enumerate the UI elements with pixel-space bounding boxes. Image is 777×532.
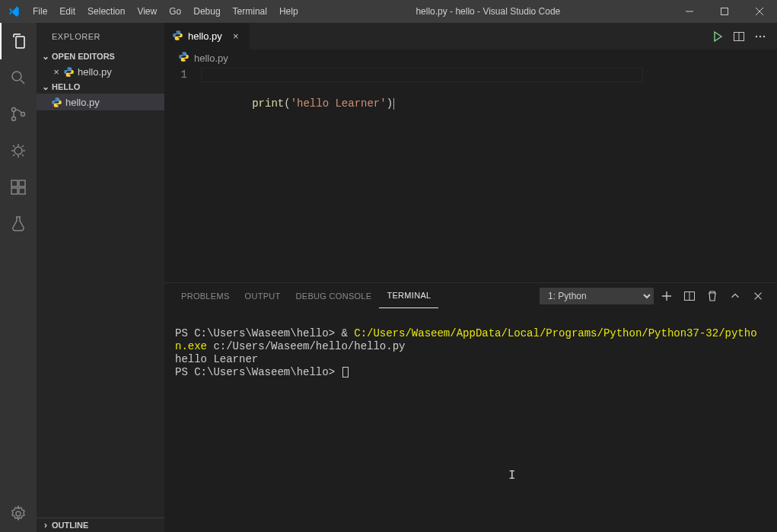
outline-section[interactable]: › OUTLINE	[37, 518, 164, 532]
python-file-icon	[178, 51, 189, 65]
open-editor-item[interactable]: × hello.py	[37, 63, 164, 80]
vscode-logo-icon	[0, 5, 27, 18]
menu-bar: File Edit Selection View Go Debug Termin…	[27, 0, 304, 23]
breadcrumb-file: hello.py	[194, 53, 228, 64]
panel-tab-terminal[interactable]: TERMINAL	[379, 283, 438, 308]
window-controls	[672, 0, 777, 23]
svg-point-12	[756, 35, 757, 37]
activity-settings-icon[interactable]	[0, 495, 37, 532]
current-line-highlight	[201, 68, 643, 82]
panel-tabs: PROBLEMS OUTPUT DEBUG CONSOLE TERMINAL 1…	[164, 283, 777, 308]
open-editor-filename: hello.py	[78, 66, 112, 78]
terminal-selector[interactable]: 1: Python	[540, 288, 654, 304]
code-area[interactable]: print('hello Learner')	[201, 66, 710, 282]
svg-point-5	[14, 147, 22, 155]
menu-selection[interactable]: Selection	[81, 0, 131, 23]
svg-rect-7	[11, 188, 18, 194]
svg-point-2	[12, 108, 16, 112]
outline-label: OUTLINE	[52, 521, 88, 530]
code-token-string: 'hello Learner'	[291, 97, 387, 110]
activity-explorer-icon[interactable]	[0, 23, 37, 59]
explorer-sidebar: EXPLORER ⌄ OPEN EDITORS × hello.py ⌄ HEL…	[37, 23, 164, 532]
panel-close-icon[interactable]	[748, 286, 768, 306]
editor-tab[interactable]: hello.py ×	[164, 23, 250, 49]
sidebar-title: EXPLORER	[37, 23, 164, 49]
menu-help[interactable]: Help	[273, 0, 304, 23]
folder-label: HELLO	[52, 82, 80, 91]
terminal-text: &	[341, 327, 354, 339]
code-token-paren: )	[387, 97, 393, 110]
run-python-icon[interactable]	[707, 26, 728, 47]
menu-terminal[interactable]: Terminal	[227, 0, 273, 23]
svg-point-13	[759, 35, 761, 37]
window-title: hello.py - hello - Visual Studio Code	[304, 6, 672, 17]
code-token-fn: print	[252, 97, 284, 110]
window-close-button[interactable]	[742, 0, 777, 23]
minimap[interactable]	[710, 66, 777, 282]
python-file-icon	[50, 97, 62, 108]
svg-point-1	[12, 72, 21, 81]
panel-tab-output[interactable]: OUTPUT	[237, 283, 288, 308]
terminal-cursor	[342, 367, 349, 377]
close-icon[interactable]: ×	[50, 66, 62, 78]
panel-tab-problems[interactable]: PROBLEMS	[174, 283, 237, 308]
svg-rect-9	[19, 180, 25, 186]
python-file-icon	[172, 30, 183, 43]
editor-cursor	[393, 98, 394, 110]
file-name: hello.py	[65, 97, 100, 108]
tab-filename: hello.py	[188, 30, 222, 42]
menu-view[interactable]: View	[131, 0, 163, 23]
window-minimize-button[interactable]	[672, 0, 707, 23]
activity-source-control-icon[interactable]	[0, 96, 37, 132]
svg-rect-8	[19, 188, 25, 194]
code-editor[interactable]: 1 print('hello Learner')	[164, 66, 777, 282]
close-icon[interactable]: ×	[230, 30, 242, 42]
panel: PROBLEMS OUTPUT DEBUG CONSOLE TERMINAL 1…	[164, 282, 777, 532]
menu-file[interactable]: File	[27, 0, 53, 23]
terminal-prompt: PS C:\Users\Waseem\hello>	[175, 366, 341, 378]
open-editors-label: OPEN EDITORS	[52, 52, 115, 61]
svg-point-4	[21, 113, 25, 116]
activity-bar	[0, 23, 37, 532]
editor-tab-bar: hello.py ×	[164, 23, 777, 49]
svg-point-3	[12, 117, 16, 121]
line-number: 1	[164, 68, 187, 82]
svg-rect-0	[721, 8, 728, 15]
chevron-down-icon: ⌄	[40, 51, 52, 62]
title-bar: File Edit Selection View Go Debug Termin…	[0, 0, 777, 23]
python-file-icon	[62, 66, 75, 78]
terminal-prompt: PS C:\Users\Waseem\hello>	[175, 327, 341, 339]
activity-test-icon[interactable]	[0, 205, 37, 242]
activity-extensions-icon[interactable]	[0, 169, 37, 205]
svg-rect-6	[11, 180, 18, 186]
svg-point-10	[16, 511, 21, 516]
kill-terminal-icon[interactable]	[702, 286, 722, 306]
line-gutter: 1	[164, 66, 201, 282]
svg-point-14	[763, 35, 765, 37]
split-terminal-icon[interactable]	[680, 286, 699, 306]
more-actions-icon[interactable]	[750, 26, 771, 47]
activity-debug-icon[interactable]	[0, 132, 37, 169]
chevron-down-icon: ⌄	[40, 81, 52, 92]
menu-go[interactable]: Go	[163, 0, 187, 23]
window-maximize-button[interactable]	[707, 0, 742, 23]
terminal-arg: c:/Users/Waseem/hello/hello.py	[207, 340, 405, 352]
mouse-ibeam-icon: I	[508, 470, 516, 483]
open-editors-section[interactable]: ⌄ OPEN EDITORS	[37, 49, 164, 63]
menu-edit[interactable]: Edit	[53, 0, 81, 23]
file-item[interactable]: hello.py	[37, 94, 164, 110]
folder-section[interactable]: ⌄ HELLO	[37, 80, 164, 94]
breadcrumb[interactable]: hello.py	[164, 49, 777, 66]
menu-debug[interactable]: Debug	[187, 0, 226, 23]
new-terminal-icon[interactable]	[657, 286, 677, 306]
activity-search-icon[interactable]	[0, 59, 37, 96]
terminal-output: hello Learner	[175, 353, 258, 365]
panel-maximize-icon[interactable]	[725, 286, 745, 306]
editor-group: hello.py × hello.py	[164, 23, 777, 532]
panel-tab-debug-console[interactable]: DEBUG CONSOLE	[288, 283, 380, 308]
chevron-right-icon: ›	[40, 520, 52, 530]
split-editor-icon[interactable]	[728, 26, 750, 47]
code-token-paren: (	[284, 97, 290, 110]
terminal-content[interactable]: PS C:\Users\Waseem\hello> & C:/Users/Was…	[164, 308, 777, 532]
